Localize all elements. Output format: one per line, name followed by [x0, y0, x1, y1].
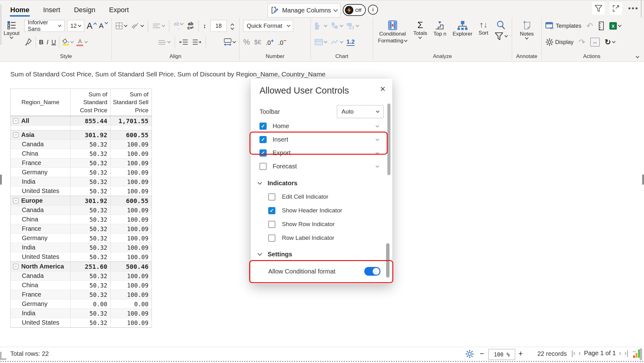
currency-format-button[interactable]: $€	[254, 39, 261, 46]
settings-section-header[interactable]: Settings	[251, 247, 392, 261]
underline-button[interactable]: U	[51, 39, 56, 46]
focus-mode-icon[interactable]	[610, 2, 622, 15]
borders-button[interactable]	[115, 22, 127, 30]
prev-page-icon[interactable]: ‹	[579, 350, 581, 357]
sort-button[interactable]: ↑↓ Sort	[479, 18, 488, 36]
right-scrollbar-thumb[interactable]	[640, 348, 642, 360]
manage-columns-button[interactable]: Manage Columns	[268, 3, 341, 17]
row-height-stepper[interactable]	[231, 23, 234, 29]
collapse-icon[interactable]: −	[13, 118, 18, 123]
shrink-to-fit-button[interactable]: ab c↵	[187, 22, 194, 30]
last-page-icon[interactable]: ›|	[624, 350, 628, 357]
table-row[interactable]: China50.32100.09	[11, 281, 152, 290]
table-row[interactable]: Germany50.32100.09	[11, 234, 152, 243]
checkbox-row-show-header-indicator[interactable]: ✓Show Header Indicator	[251, 204, 392, 217]
decrease-decimal-button[interactable]: .0−	[278, 38, 286, 46]
tab-export[interactable]: Export	[109, 6, 129, 17]
conditional-formatting-button[interactable]: Conditional Formatting	[378, 18, 407, 44]
right-resize-handle[interactable]	[642, 175, 644, 185]
redo-icon[interactable]: ↷	[579, 38, 585, 46]
zoom-out-button[interactable]: −	[480, 349, 484, 358]
table-row[interactable]: −Asia301.92600.55	[11, 130, 152, 140]
fit-width-icon[interactable]: ↔	[590, 38, 600, 46]
checkbox-row-home[interactable]: ✓Home	[251, 119, 392, 133]
checkbox-unchecked-icon[interactable]	[268, 221, 275, 228]
number-precision-button[interactable]: 1.2	[346, 38, 355, 46]
tab-design[interactable]: Design	[74, 6, 95, 17]
templates-button[interactable]: Templates	[545, 22, 581, 30]
decrease-indent-button[interactable]	[179, 39, 188, 45]
checkbox-checked-icon[interactable]: ✓	[259, 136, 267, 143]
table-row[interactable]: Canada50.32100.09	[11, 140, 152, 149]
more-options-icon[interactable]: •••	[627, 2, 640, 15]
checkbox-checked-icon[interactable]: ✓	[259, 123, 267, 130]
collapse-icon[interactable]: −	[13, 198, 18, 203]
info-icon[interactable]: i	[368, 5, 378, 15]
visual-filter-icon[interactable]	[592, 2, 605, 15]
table-row[interactable]: −All855.441,701.55	[11, 116, 152, 126]
allow-conditional-format-toggle[interactable]	[364, 267, 380, 276]
table-row[interactable]: United States50.32100.09	[11, 318, 152, 327]
search-icon[interactable]	[496, 20, 506, 30]
tab-insert[interactable]: Insert	[43, 6, 60, 17]
table-row[interactable]: France50.32100.09	[11, 224, 152, 234]
layout-chart-button[interactable]	[346, 22, 359, 30]
settings-gear-icon[interactable]	[465, 350, 474, 358]
table-chart-button[interactable]	[315, 39, 327, 45]
modal-scrollbar-thumb[interactable]	[387, 104, 390, 175]
modal-scrollbar-thumb-lower[interactable]	[386, 243, 390, 278]
font-size-select[interactable]: 12	[67, 20, 84, 32]
next-page-icon[interactable]: ›	[619, 350, 621, 357]
toolbar-mode-select[interactable]: Auto	[337, 105, 384, 118]
increase-decimal-button[interactable]: .0+	[266, 38, 274, 46]
notes-button[interactable]: Notes	[512, 18, 541, 39]
table-row[interactable]: China50.32100.09	[11, 149, 152, 158]
vertical-align-middle-button[interactable]	[158, 39, 170, 45]
display-button[interactable]: Display	[545, 38, 574, 46]
format-painter-icon[interactable]	[24, 38, 32, 46]
table-row[interactable]: India50.32100.09	[11, 177, 152, 186]
checkbox-checked-icon[interactable]: ✓	[268, 207, 275, 214]
font-name-select[interactable]: Inforiver Sans	[24, 20, 65, 32]
table-row[interactable]: India50.32100.09	[11, 309, 152, 318]
checkbox-unchecked-icon[interactable]	[268, 235, 275, 242]
zoom-in-button[interactable]: +	[518, 349, 523, 358]
grow-font-button[interactable]: A	[87, 22, 96, 30]
fill-color-button[interactable]	[62, 39, 73, 46]
totals-button[interactable]: Σ Totals	[413, 18, 427, 38]
table-row[interactable]: Germany0.000.00	[11, 299, 152, 309]
checkbox-unchecked-icon[interactable]	[268, 193, 275, 201]
shrink-font-button[interactable]: A	[99, 22, 108, 29]
bold-button[interactable]: B	[39, 39, 43, 46]
row-height-input[interactable]: 18	[211, 20, 227, 32]
vertical-align-top-button[interactable]	[153, 23, 165, 29]
column-width-button[interactable]	[224, 38, 235, 46]
checkbox-row-edit-cell-indicator[interactable]: Edit Cell Indicator	[251, 190, 392, 204]
corner-resize-handle[interactable]	[0, 352, 6, 360]
column-header-cost[interactable]: Sum of Standard Cost Price	[70, 89, 111, 116]
excel-export-button[interactable]: X	[609, 22, 621, 30]
checkbox-row-export[interactable]: ✓Export	[251, 146, 392, 160]
first-page-icon[interactable]: |‹	[571, 350, 575, 357]
checkbox-row-forecast[interactable]: Forecast	[251, 160, 392, 173]
table-row[interactable]: Canada50.32100.09	[11, 206, 152, 215]
top-n-button[interactable]: Top n	[433, 18, 447, 37]
table-row[interactable]: United States50.32100.09	[11, 186, 152, 196]
refresh-button[interactable]: ↻	[605, 38, 615, 46]
checkbox-checked-icon[interactable]: ✓	[259, 149, 267, 157]
zoom-level-input[interactable]: 100 %	[488, 349, 515, 360]
indicators-section-header[interactable]: Indicators	[251, 176, 392, 190]
filter-button[interactable]	[495, 32, 507, 40]
increase-indent-button[interactable]	[192, 39, 201, 45]
table-row[interactable]: Germany50.32100.09	[11, 168, 152, 177]
checkbox-unchecked-icon[interactable]	[259, 163, 267, 170]
bar-chart-button[interactable]	[315, 22, 327, 30]
power-toggle-button[interactable]: Off	[343, 4, 366, 16]
checkbox-row-insert[interactable]: ✓Insert	[251, 133, 392, 146]
wrap-text-button[interactable]: ab →	[174, 22, 183, 30]
undo-icon[interactable]: ↶	[586, 22, 593, 30]
explorer-button[interactable]: Explorer	[453, 18, 472, 37]
checkbox-row-row-label-indicator[interactable]: Row Label Indicator	[251, 231, 392, 245]
pen-style-button[interactable]	[131, 22, 143, 29]
tab-home[interactable]: Home	[10, 6, 29, 17]
